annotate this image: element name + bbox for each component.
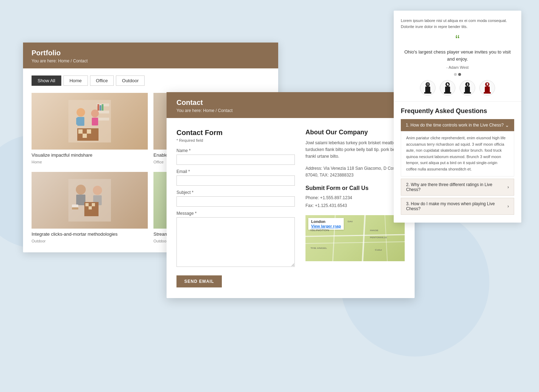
chess-icon-knight: ♞ [440,80,455,96]
email-label: Email * [176,169,295,174]
portfolio-header: Portfolio You are here: Home / Contact [23,43,278,68]
map-placeholder: London View larger map ISLINGTON THE ANG… [305,215,405,261]
svg-text:THE ANGEL: THE ANGEL [310,247,327,249]
about-text: Jowl salami leberkas turkey pork brisket… [305,140,405,160]
svg-rect-20 [87,134,91,138]
chess-icon-king: ♔ [420,80,436,96]
svg-text:♜: ♜ [486,82,489,86]
svg-point-37 [93,186,102,195]
svg-rect-43 [85,206,89,209]
message-label: Message * [176,211,295,216]
faq-question-1[interactable]: 1. How do the time controls work in the … [401,119,514,131]
map-inner: London View larger map ISLINGTON THE ANG… [305,215,405,261]
faq-question-1-text: 1. How do the time controls work in the … [406,123,504,128]
svg-rect-11 [81,118,84,125]
email-input[interactable] [176,175,295,186]
faq-chevron-1: ⌄ [505,122,509,128]
svg-text:Colur: Colur [375,248,382,251]
dot-2 [458,73,461,76]
svg-text:ISLINGTON: ISLINGTON [310,229,329,232]
svg-rect-16 [83,129,87,134]
faq-chevron-3: › [507,204,509,209]
svg-rect-6 [100,105,101,111]
filter-outdoor[interactable]: Outdoor [116,75,145,86]
svg-rect-41 [89,203,92,206]
dot-1 [454,73,457,76]
svg-rect-44 [89,206,92,209]
about-heading: About Our Company [305,129,405,136]
subject-group: Subject * [176,190,295,207]
svg-point-12 [91,110,99,117]
portfolio-card-1: Visualize impactful mindshare Home [32,93,148,166]
svg-text:♔: ♔ [426,82,429,86]
svg-rect-80 [444,92,451,94]
svg-text:HAGE: HAGE [370,229,378,231]
email-group: Email * [176,169,295,186]
svg-rect-40 [85,203,89,206]
contact-sub-heading: Submit Form or Call Us [305,185,405,191]
svg-rect-46 [72,207,78,209]
subject-input[interactable] [176,196,295,207]
filter-office[interactable]: Office [90,75,114,86]
portfolio-card-info-3: Integrate clicks-and-mortar methodologie… [32,229,148,245]
svg-rect-7 [102,104,103,111]
svg-text:♞: ♞ [446,82,449,86]
svg-rect-10 [76,118,79,125]
svg-line-64 [305,242,405,243]
name-label: Name * [176,148,295,153]
svg-line-65 [333,215,335,261]
svg-rect-36 [76,195,85,205]
fax-number: Fax: +1.125.431.6543 [305,202,405,210]
contact-header: Contact You are here: Home / Contact [167,92,415,118]
quote-text: Ohio's largest chess player venue invite… [401,49,514,62]
svg-line-66 [363,215,365,261]
portfolio-card-3: Integrate clicks-and-mortar methodologie… [32,172,148,245]
svg-rect-17 [87,129,91,134]
faq-question-2-text: 2. Why are there three different ratings… [406,182,507,192]
filter-home[interactable]: Home [63,75,88,86]
card-category-4: Outdoor [153,239,168,243]
contact-breadcrumb: You are here: Home / Contact [176,108,405,113]
rating-dots [401,73,514,76]
contact-form-heading: Contact Form [176,129,295,137]
message-group: Message * [176,211,295,268]
filter-show-all[interactable]: Show All [32,75,61,86]
svg-rect-84 [464,92,471,94]
chess-icons: ♔ ♞ ♝ [401,80,514,96]
faq-section: Frequently Asked Questions 1. How do the… [394,102,521,223]
svg-rect-83 [465,86,470,93]
message-textarea[interactable] [176,217,295,267]
faq-question-3-text: 3. How do I make my moves when playing L… [406,201,507,211]
svg-rect-19 [83,134,87,138]
svg-text:DAI: DAI [348,220,353,223]
quote-author: - Adam West [401,65,514,69]
contact-body: Contact Form * Required field Name * Ema… [167,118,415,298]
faq-item-1: 1. How do the time controls work in the … [401,119,514,177]
faq-item-2: 2. Why are there three different ratings… [401,179,514,196]
portfolio-title: Portfolio [32,49,270,57]
svg-rect-88 [484,92,491,94]
address-text: Address: Via Venezia 118 San Giacomo, D … [305,165,405,179]
svg-rect-79 [445,86,450,93]
svg-rect-75 [425,86,430,93]
send-email-button[interactable]: SEND EMAIL [176,275,222,287]
svg-point-8 [77,108,85,117]
contact-form-section: Contact Form * Required field Name * Ema… [176,129,295,287]
faq-item-3: 3. How do I make my moves when playing L… [401,198,514,215]
svg-line-63 [305,235,405,236]
faq-question-2[interactable]: 2. Why are there three different ratings… [401,179,514,196]
svg-rect-18 [78,134,83,138]
svg-rect-42 [92,203,95,206]
chess-icon-rook: ♜ [479,80,495,96]
svg-rect-76 [424,92,431,94]
faq-testimonial: Lorem ipsum labore nisi ut aliqua ex ei … [394,11,521,102]
quote-mark: “ [401,34,514,46]
name-input[interactable] [176,155,295,165]
faq-window: Lorem ipsum labore nisi ut aliqua ex ei … [394,11,521,223]
intro-text: Lorem ipsum labore nisi ut aliqua ex ei … [401,18,514,29]
contact-title: Contact [176,99,405,107]
phone-number: Phone: +1.555.897.1234 [305,194,405,202]
faq-question-3[interactable]: 3. How do I make my moves when playing L… [401,198,514,215]
svg-rect-15 [78,129,83,134]
portfolio-card-img-3 [32,172,148,229]
